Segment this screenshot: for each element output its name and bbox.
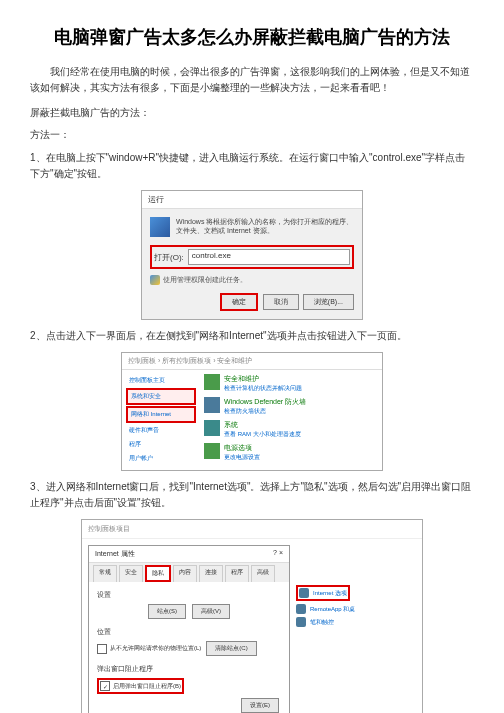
tab-content[interactable]: 内容 xyxy=(173,565,197,582)
run-browse-button[interactable]: 浏览(B)... xyxy=(303,294,354,310)
io-right-remoteapp[interactable]: RemoteApp 和桌 xyxy=(296,604,416,614)
pen-icon xyxy=(296,617,306,627)
shield-icon xyxy=(150,275,160,285)
io-right-panel: Internet 选项 RemoteApp 和桌 笔和触控 xyxy=(296,545,416,713)
close-icon[interactable]: ? × xyxy=(273,549,283,559)
control-panel-window: 控制面板 › 所有控制面板项 › 安全和维护 控制面板主页 系统和安全 网络和 … xyxy=(121,352,383,471)
io-popup-check-label: 启用弹出窗口阻止程序(B) xyxy=(113,682,181,691)
tab-security[interactable]: 安全 xyxy=(119,565,143,582)
run-title: 运行 xyxy=(148,195,164,204)
run-input[interactable]: control.exe xyxy=(188,249,350,265)
io-location-label: 位置 xyxy=(97,627,281,637)
cp-group-system[interactable]: 系统 xyxy=(224,420,301,430)
cp-group-system-sub[interactable]: 查看 RAM 大小和处理器速度 xyxy=(224,430,301,439)
io-right-label-0: Internet 选项 xyxy=(313,589,347,598)
io-clear-button[interactable]: 清除站点(C) xyxy=(206,641,256,656)
globe-icon xyxy=(299,588,309,598)
tab-privacy[interactable]: 隐私 xyxy=(145,565,171,582)
io-settings-button[interactable]: 设置(E) xyxy=(241,698,279,713)
step-1: 1、在电脑上按下"window+R"快捷键，进入电脑运行系统。在运行窗口中输入"… xyxy=(30,150,474,182)
run-ok-button[interactable]: 确定 xyxy=(220,293,258,311)
cp-group-security[interactable]: 安全和维护 xyxy=(224,374,302,384)
cp-group-security-sub[interactable]: 检查计算机的状态并解决问题 xyxy=(224,384,302,393)
cp-group-firewall[interactable]: Windows Defender 防火墙 xyxy=(224,397,306,407)
intro-text: 我们经常在使用电脑的时候，会弹出很多的广告弹窗，这很影响我们的上网体验，但是又不… xyxy=(30,64,474,96)
io-tabs: 常规 安全 隐私 内容 连接 程序 高级 xyxy=(89,563,289,582)
run-icon xyxy=(150,217,170,237)
cp-main: 安全和维护 检查计算机的状态并解决问题 Windows Defender 防火墙… xyxy=(200,370,382,470)
tab-advanced[interactable]: 高级 xyxy=(251,565,275,582)
internet-properties-dialog: Internet 属性 ? × 常规 安全 隐私 内容 连接 程序 高级 设置 xyxy=(88,545,290,713)
io-advanced-button[interactable]: 高级(V) xyxy=(192,604,230,619)
cp-sidebar-home[interactable]: 控制面板主页 xyxy=(126,374,196,387)
cp-group-firewall-sub[interactable]: 检查防火墙状态 xyxy=(224,407,306,416)
run-desc: Windows 将根据你所输入的名称，为你打开相应的程序、文件夹、文档或 Int… xyxy=(176,217,354,237)
io-dialog-title: Internet 属性 xyxy=(95,549,135,559)
figure-1-run-dialog: 运行 Windows 将根据你所输入的名称，为你打开相应的程序、文件夹、文档或 … xyxy=(30,190,474,320)
io-right-internet-options[interactable]: Internet 选项 xyxy=(296,585,350,601)
checkbox-location[interactable] xyxy=(97,644,107,654)
system-icon xyxy=(204,420,220,436)
cp-sidebar-system-security[interactable]: 系统和安全 xyxy=(126,388,196,405)
run-shield-text: 使用管理权限创建此任务。 xyxy=(163,275,247,285)
tab-general[interactable]: 常规 xyxy=(93,565,117,582)
run-open-label: 打开(O): xyxy=(154,252,184,263)
cp-sidebar-programs[interactable]: 程序 xyxy=(126,438,196,451)
power-icon xyxy=(204,443,220,459)
io-right-label-2: 笔和触控 xyxy=(310,618,334,627)
figure-2-control-panel: 控制面板 › 所有控制面板项 › 安全和维护 控制面板主页 系统和安全 网络和 … xyxy=(30,352,474,471)
section-label: 屏蔽拦截电脑广告的方法： xyxy=(30,106,474,120)
remote-icon xyxy=(296,604,306,614)
io-location-check-label: 从不允许网站请求你的物理位置(L) xyxy=(110,644,201,653)
cp-sidebar-network-internet[interactable]: 网络和 Internet xyxy=(126,406,196,423)
step-3: 3、进入网络和Internet窗口后，找到"Internet选项"。选择上方"隐… xyxy=(30,479,474,511)
firewall-icon xyxy=(204,397,220,413)
run-cancel-button[interactable]: 取消 xyxy=(263,294,299,310)
run-dialog: 运行 Windows 将根据你所输入的名称，为你打开相应的程序、文件夹、文档或 … xyxy=(141,190,363,320)
cp-group-power[interactable]: 电源选项 xyxy=(224,443,260,453)
io-popup-label: 弹出窗口阻止程序 xyxy=(97,664,281,674)
tab-programs[interactable]: 程序 xyxy=(225,565,249,582)
cp-sidebar-users[interactable]: 用户帐户 xyxy=(126,452,196,465)
figure-3-internet-options: 控制面板项目 Internet 属性 ? × 常规 安全 隐私 内容 连接 程序… xyxy=(30,519,474,713)
io-right-label-1: RemoteApp 和桌 xyxy=(310,605,355,614)
method-label: 方法一： xyxy=(30,128,474,142)
tab-connections[interactable]: 连接 xyxy=(199,565,223,582)
internet-options-window: 控制面板项目 Internet 属性 ? × 常规 安全 隐私 内容 连接 程序… xyxy=(81,519,423,713)
cp-group-power-sub[interactable]: 更改电源设置 xyxy=(224,453,260,462)
checkbox-popup[interactable]: ✓ xyxy=(100,681,110,691)
io-settings-label: 设置 xyxy=(97,590,281,600)
io-right-pen-touch[interactable]: 笔和触控 xyxy=(296,617,416,627)
run-titlebar: 运行 xyxy=(142,191,362,209)
page-title: 电脑弹窗广告太多怎么办屏蔽拦截电脑广告的方法 xyxy=(30,25,474,49)
cp-breadcrumb: 控制面板 › 所有控制面板项 › 安全和维护 xyxy=(122,353,382,370)
cp-sidebar: 控制面板主页 系统和安全 网络和 Internet 硬件和声音 程序 用户帐户 xyxy=(122,370,200,470)
step-2: 2、点击进入下一界面后，在左侧找到"网络和Internet"选项并点击按钮进入下… xyxy=(30,328,474,344)
io-site-button[interactable]: 站点(S) xyxy=(148,604,186,619)
cp-sidebar-hardware[interactable]: 硬件和声音 xyxy=(126,424,196,437)
io-breadcrumb: 控制面板项目 xyxy=(82,520,422,539)
flag-icon xyxy=(204,374,220,390)
